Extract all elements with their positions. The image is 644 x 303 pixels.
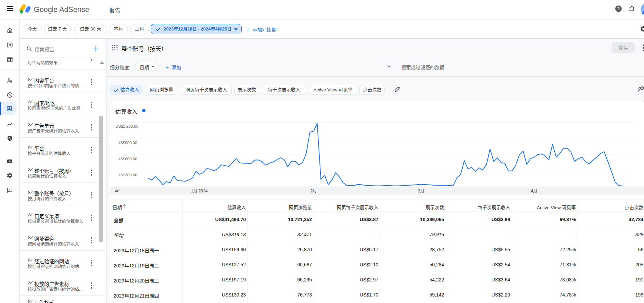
- svg-text:1月 2024: 1月 2024: [191, 189, 208, 193]
- svg-text:3月: 3月: [418, 189, 425, 193]
- svg-text:US$900.00: US$900.00: [117, 141, 137, 145]
- svg-text:?: ?: [617, 7, 620, 11]
- svg-text:US$600.00: US$600.00: [117, 157, 137, 161]
- svg-text:4月: 4月: [531, 189, 538, 193]
- svg-text:2月: 2月: [311, 189, 317, 193]
- svg-text:US$1,200.00: US$1,200.00: [115, 124, 138, 128]
- svg-text:US$300.00: US$300.00: [117, 173, 137, 177]
